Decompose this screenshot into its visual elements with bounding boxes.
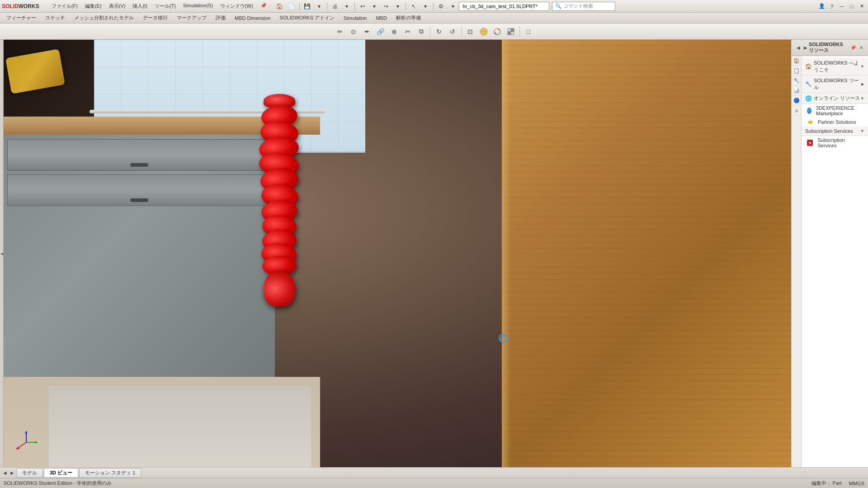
right-panel-header: ◀ ▶ SOLIDWORKS リソース 📌 ✕ — [792, 40, 868, 56]
save-dropdown[interactable]: ▾ — [314, 1, 324, 11]
minimize-button[interactable]: ─ — [837, 2, 846, 10]
3d-viewport[interactable] — [4, 40, 791, 467]
section-header-online[interactable]: 🌐 オンライン リソース ▼ — [802, 93, 868, 104]
close-button[interactable]: ✕ — [857, 2, 866, 10]
wood-wall-right — [502, 40, 791, 467]
menu-file[interactable]: ファイル(F) — [48, 2, 81, 10]
menu-insert[interactable]: 挿入(I) — [129, 2, 151, 10]
search-box[interactable]: 🔍 コマンド検索 — [552, 2, 615, 11]
subscription-item[interactable]: S Subscription Services — [802, 136, 868, 150]
tool-rotate-icon[interactable]: ↻ — [433, 25, 445, 38]
chevron-down3-icon: ▼ — [860, 129, 864, 133]
tool-appearance-icon[interactable] — [505, 25, 517, 38]
redo-button[interactable]: ↪ — [381, 1, 391, 11]
help-question[interactable]: ? — [827, 2, 836, 10]
menu-edit[interactable]: 編集(E) — [81, 2, 105, 10]
tool-separator3 — [519, 26, 520, 37]
section-subscription-text: Subscription Services — [805, 128, 853, 134]
tool-target-icon[interactable]: ⊕ — [388, 25, 401, 38]
rp-forward-button[interactable]: ▶ — [802, 45, 809, 51]
section-header-tools[interactable]: 🔧 SOLIDWORKS ツール ▶ — [802, 75, 868, 93]
select-button[interactable]: ↖ — [409, 1, 419, 11]
side-icon-home[interactable]: 🏠 — [792, 56, 802, 66]
section-header-subscription[interactable]: Subscription Services ▼ — [802, 127, 868, 136]
tab-mesh[interactable]: メッシュ分割されたモデル — [70, 14, 138, 22]
print-dropdown[interactable]: ▾ — [342, 1, 352, 11]
tab-sw-addin[interactable]: SOLIDWORKS アドイン — [275, 14, 339, 22]
rp-nav-controls: ◀ ▶ — [795, 45, 809, 51]
search-icon: 🔍 — [555, 3, 561, 9]
side-icon-doc[interactable]: 📋 — [792, 66, 802, 76]
tool-sketch-icon[interactable]: ✏ — [334, 25, 346, 38]
tab-markup[interactable]: マークアップ — [172, 14, 211, 22]
tool-rotate2-icon[interactable]: ↺ — [446, 25, 459, 38]
section-header-welcome[interactable]: 🏠 SOLIDWORKS へようこそ ▼ — [802, 58, 868, 75]
tool-rect-icon[interactable]: □ — [522, 25, 535, 38]
svg-marker-12 — [35, 441, 38, 444]
status-units: MMGS — [849, 481, 864, 486]
section-welcome-label: 🏠 SOLIDWORKS へようこそ — [805, 60, 860, 73]
search-placeholder: コマンド検索 — [563, 3, 593, 9]
menu-tools[interactable]: ツール(T) — [151, 2, 179, 10]
tab-simulation[interactable]: Simulation — [339, 14, 371, 22]
tab-motion-study[interactable]: モーション スタディ 1 — [79, 468, 141, 478]
tool-copy-icon[interactable]: ⧉ — [415, 25, 428, 38]
chevron-down-icon: ▼ — [860, 64, 864, 69]
coordinate-arrows — [13, 427, 35, 449]
menu-simulation[interactable]: Simulation(S) — [179, 2, 217, 10]
tab-mbd-dimension[interactable]: MBD Dimension — [230, 14, 275, 22]
print-button[interactable]: 🖨 — [330, 1, 340, 11]
chevron-right-icon: ▶ — [861, 82, 864, 86]
side-icon-circle[interactable]: 🔵 — [792, 96, 802, 106]
menu-window[interactable]: ウィンドウ(W) — [217, 2, 257, 10]
help-account[interactable]: 👤 — [817, 2, 826, 10]
side-icon-wrench[interactable]: 🔧 — [792, 76, 802, 86]
undo-button[interactable]: ↩ — [358, 1, 368, 11]
tool-separator — [430, 26, 430, 37]
filename-text: hr_cb_3d_cam_test_01.SLDPRT — [463, 4, 536, 9]
viewport-background — [4, 40, 791, 467]
svg-rect-7 — [508, 28, 511, 32]
tool-globe-icon[interactable] — [477, 25, 490, 38]
tab-sketch[interactable]: スケッチ — [41, 14, 70, 22]
toolbar-area: ✏ ⊙ ✒ 🔗 ⊕ ✂ ⧉ ↻ ↺ ⊡ — [0, 23, 868, 40]
helix-bottom — [264, 270, 295, 306]
online-item-marketplace[interactable]: 🌐 3DEXPERIENCE Marketplace — [802, 104, 868, 117]
rp-pin-button[interactable]: 📌 — [849, 45, 857, 51]
save-button[interactable]: 💾 — [302, 1, 312, 11]
tool-point-icon[interactable]: ⊡ — [464, 25, 476, 38]
side-icon-list[interactable]: ≡ — [792, 106, 802, 116]
nav-arrow-right[interactable]: ▶ — [9, 469, 15, 476]
tab-data-migration[interactable]: データ移行 — [138, 14, 172, 22]
tool-link-icon[interactable]: 🔗 — [374, 25, 387, 38]
side-icon-bar: 🏠 📋 🔧 📊 🔵 ≡ — [792, 56, 802, 467]
rp-close-button[interactable]: ✕ — [858, 45, 864, 51]
tool-circle-icon[interactable]: ⊙ — [347, 25, 360, 38]
redo-dropdown[interactable]: ▾ — [393, 1, 403, 11]
tool-pen-icon[interactable]: ✒ — [361, 25, 373, 38]
tool-trim-icon[interactable]: ✂ — [401, 25, 414, 38]
menu-view[interactable]: 表示(V) — [105, 2, 129, 10]
options-dropdown[interactable]: ▾ — [448, 1, 458, 11]
logo-text: SOLID — [2, 3, 19, 9]
undo-dropdown[interactable]: ▾ — [369, 1, 379, 11]
maximize-button[interactable]: □ — [847, 2, 856, 10]
menu-pin[interactable]: 📌 — [257, 2, 270, 10]
nav-arrow-left[interactable]: ◀ — [2, 469, 8, 476]
tab-3d-view[interactable]: 3D ビュー — [44, 468, 78, 478]
tab-mbd[interactable]: MBD — [371, 14, 391, 22]
tab-analysis[interactable]: 解析の準備 — [392, 14, 425, 22]
tab-evaluate[interactable]: 評価 — [211, 14, 230, 22]
rp-back-button[interactable]: ◀ — [795, 45, 802, 51]
tab-model[interactable]: モデル — [16, 468, 43, 478]
coord-svg — [13, 427, 40, 454]
options-button[interactable]: ⚙ — [436, 1, 446, 11]
side-icon-chart[interactable]: 📊 — [792, 86, 802, 96]
online-item-partner[interactable]: 🤝 Partner Solutions — [802, 117, 868, 127]
select-dropdown[interactable]: ▾ — [420, 1, 430, 11]
tab-features[interactable]: フィーチャー — [2, 14, 41, 22]
tool-colorpicker-icon[interactable] — [491, 25, 504, 38]
home-button[interactable]: 🏠 — [275, 1, 285, 11]
left-panel-collapse[interactable]: ◀ — [0, 40, 4, 467]
new-button[interactable]: 📄 — [287, 1, 297, 11]
